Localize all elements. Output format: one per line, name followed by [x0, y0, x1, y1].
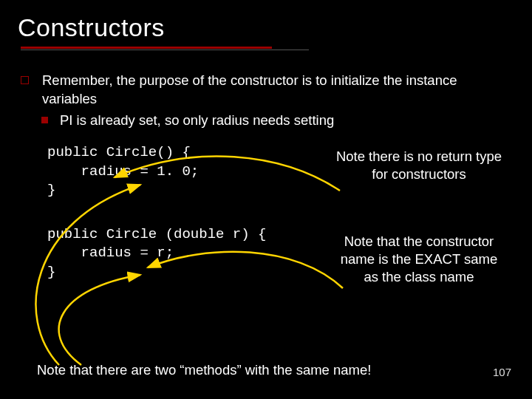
callout-1: Note there is no return type for constru…: [334, 148, 504, 183]
subbullet-icon: [41, 117, 48, 123]
code-block-2: public Circle (double r) { radius = r; }: [47, 225, 266, 282]
bullet-level2: PI is already set, so only radius needs …: [21, 112, 511, 130]
slide: Constructors Remember, the purpose of th…: [0, 0, 532, 399]
bullet2-text: PI is already set, so only radius needs …: [60, 112, 334, 130]
code-block-1: public Circle() { radius = 1. 0; }: [47, 143, 199, 200]
title-underline: [21, 47, 309, 51]
footer-note: Note that there are two “methods” with t…: [37, 362, 371, 378]
callout-2: Note that the constructor name is the EX…: [334, 233, 504, 286]
bullet-icon: [21, 76, 29, 84]
bullet-level1: Remember, the purpose of the constructor…: [21, 72, 511, 109]
code-block-2-row: public Circle (double r) { radius = r; }…: [47, 225, 504, 286]
content-area: Remember, the purpose of the constructor…: [21, 72, 511, 286]
page-number: 107: [493, 366, 511, 378]
bullet1-text: Remember, the purpose of the constructor…: [42, 72, 511, 109]
slide-title: Constructors: [18, 13, 511, 42]
code-block-1-row: public Circle() { radius = 1. 0; } Note …: [47, 143, 504, 200]
